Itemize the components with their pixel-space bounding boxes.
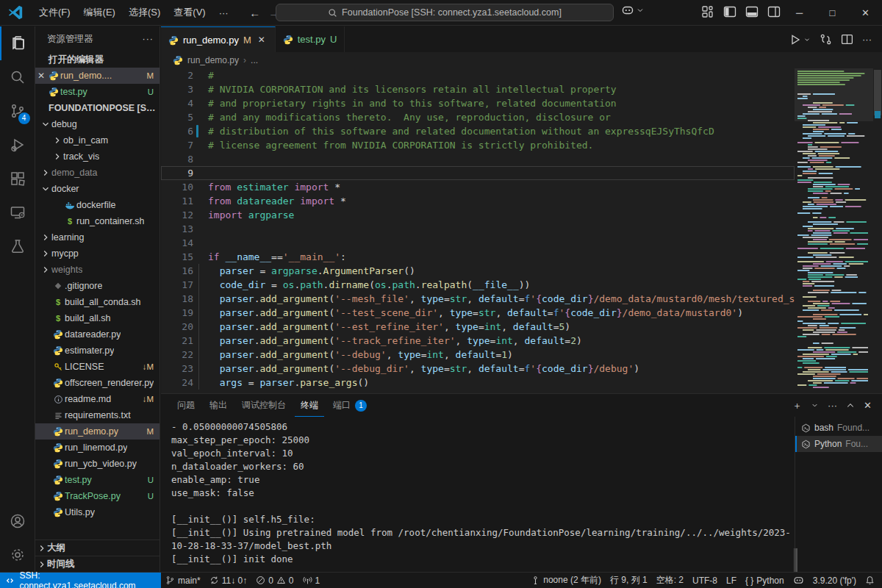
problems-indicator[interactable]: 0 0: [251, 573, 298, 588]
customize-layout-icon[interactable]: [700, 4, 715, 19]
source-control-icon[interactable]: 4: [0, 94, 35, 128]
tree-item-TrackPose.py[interactable]: TrackPose.pyU: [35, 488, 159, 504]
panel-tab-调试控制台[interactable]: 调试控制台: [236, 394, 292, 417]
menu-1[interactable]: 编辑(E): [77, 3, 122, 22]
settings-gear-icon[interactable]: [0, 538, 35, 572]
chevron-down-icon[interactable]: [811, 401, 819, 409]
tree-item-ob_in_cam[interactable]: ob_in_cam: [35, 132, 159, 148]
shell-icon: $: [56, 298, 60, 306]
close-button[interactable]: ✕: [849, 0, 882, 25]
tree-item-docker[interactable]: docker: [35, 181, 159, 197]
toggle-secondary-sidebar-icon[interactable]: [767, 4, 781, 19]
tree-item-build_all.sh[interactable]: $build_all.sh: [35, 310, 159, 326]
tab-test.py[interactable]: test.py U: [276, 26, 345, 52]
menu-0[interactable]: 文件(F): [32, 3, 77, 22]
code-editor[interactable]: 2# 3# NVIDIA CORPORATION and its licenso…: [161, 68, 795, 393]
editor-more-button[interactable]: ···: [862, 34, 872, 45]
menu-2[interactable]: 选择(S): [122, 3, 167, 22]
toggle-sidebar-icon[interactable]: [723, 4, 737, 19]
terminal-instance-bash[interactable]: bashFound...: [795, 420, 882, 436]
tree-item-weights[interactable]: weights: [35, 262, 159, 278]
toggle-panel-icon[interactable]: [745, 4, 759, 19]
git-blame-indicator[interactable]: noone (2 年前): [526, 573, 606, 588]
new-terminal-button[interactable]: ＋: [792, 399, 802, 412]
indentation-indicator[interactable]: 空格: 2: [652, 573, 688, 588]
run-debug-icon[interactable]: [0, 128, 35, 162]
chevron-down-icon: [40, 119, 51, 129]
split-editor-icon[interactable]: [841, 33, 853, 46]
remote-indicator[interactable]: SSH: connect.yza1.seetacloud.com: [0, 573, 161, 588]
tree-item-run_demo.py[interactable]: run_demo.pyM: [35, 423, 159, 440]
panel-tab-输出[interactable]: 输出: [204, 394, 233, 417]
breadcrumb[interactable]: run_demo.py › ...: [161, 52, 882, 68]
tree-item-track_vis[interactable]: track_vis: [35, 148, 159, 165]
maximize-panel-icon[interactable]: [846, 401, 855, 410]
tree-item-estimater.py[interactable]: estimater.py: [35, 343, 159, 359]
tree-item-datareader.py[interactable]: datareader.py: [35, 326, 159, 343]
ports-indicator[interactable]: 1: [298, 573, 325, 588]
close-icon[interactable]: ✕: [35, 71, 47, 81]
panel-tab-问题[interactable]: 问题: [171, 394, 201, 417]
minimize-button[interactable]: ─: [783, 0, 816, 25]
tree-item-offscreen_renderer.py[interactable]: offscreen_renderer.py: [35, 375, 159, 391]
panel-more-button[interactable]: ···: [828, 400, 837, 411]
open-changes-icon[interactable]: [820, 33, 832, 46]
copilot-menu[interactable]: [621, 4, 645, 17]
tab-run_demo.py[interactable]: run_demo.py M ✕: [161, 26, 276, 52]
tree-item-requirements.txt[interactable]: requirements.txt: [35, 407, 159, 423]
close-panel-button[interactable]: ✕: [864, 400, 872, 411]
terminal-output[interactable]: - 0.05000000074505806 max_step_per_epoch…: [171, 420, 792, 567]
sync-indicator[interactable]: 11↓ 0↑: [205, 573, 251, 588]
panel-tab-终端[interactable]: 终端: [295, 394, 324, 417]
editor-scrollbar[interactable]: [873, 68, 882, 393]
run-python-button[interactable]: [789, 34, 811, 46]
open-editor-run_demo....[interactable]: ✕ run_demo.... M: [35, 68, 159, 84]
eol-indicator[interactable]: LF: [722, 573, 741, 588]
code-line-19: 19 parser.add_argument('--test_scene_dir…: [161, 306, 795, 320]
branch-indicator[interactable]: main*: [161, 573, 205, 588]
account-icon[interactable]: [0, 504, 35, 538]
python-interpreter[interactable]: 3.9.20 ('fp'): [808, 573, 861, 588]
command-center-text: FoundationPose [SSH: connect.yza1.seetac…: [342, 7, 562, 18]
tree-item-build_all_conda.sh[interactable]: $build_all_conda.sh: [35, 294, 159, 310]
open-editor-test.py[interactable]: test.py U: [35, 84, 159, 100]
tree-item-.gitignore[interactable]: .gitignore: [35, 278, 159, 294]
tree-item-run_linemod.py[interactable]: run_linemod.py: [35, 440, 159, 456]
search-view-icon[interactable]: [0, 60, 35, 94]
minimap[interactable]: [795, 68, 873, 393]
tree-item-debug[interactable]: debug: [35, 116, 159, 132]
sidebar-more-button[interactable]: ···: [143, 34, 154, 44]
tree-item-test.py[interactable]: test.pyU: [35, 472, 159, 488]
section-大纲[interactable]: 大纲: [35, 539, 159, 556]
tree-item-Utils.py[interactable]: Utils.py: [35, 504, 159, 520]
code-line-11: 11from datareader import *: [161, 194, 795, 208]
explorer-icon[interactable]: [0, 26, 35, 60]
tree-item-run_container.sh[interactable]: $run_container.sh: [35, 213, 159, 229]
tree-item-readme.md[interactable]: readme.md↓M: [35, 391, 159, 407]
terminal-instance-Python[interactable]: PythonFou...: [795, 436, 882, 452]
tree-item-run_ycb_video.py[interactable]: run_ycb_video.py: [35, 456, 159, 472]
maximize-button[interactable]: □: [816, 0, 849, 25]
bell-icon: [865, 576, 875, 585]
testing-icon[interactable]: [0, 229, 35, 263]
tree-item-dockerfile[interactable]: dockerfile: [35, 197, 159, 213]
tree-item-mycpp[interactable]: mycpp: [35, 245, 159, 262]
encoding-indicator[interactable]: UTF-8: [688, 573, 722, 588]
tree-item-demo_data[interactable]: demo_data: [35, 165, 159, 181]
copilot-status[interactable]: [789, 573, 808, 588]
cursor-position[interactable]: 行 9, 列 1: [606, 573, 652, 588]
menu-more-button[interactable]: ···: [212, 7, 235, 18]
menu-3[interactable]: 查看(V): [167, 3, 212, 22]
remote-explorer-icon[interactable]: [0, 196, 35, 229]
extensions-icon[interactable]: [0, 162, 35, 196]
panel-tab-端口[interactable]: 端口1: [327, 394, 373, 417]
tree-item-LICENSE[interactable]: LICENSE↓M: [35, 359, 159, 375]
command-center-search[interactable]: FoundationPose [SSH: connect.yza1.seetac…: [276, 4, 614, 21]
tree-item-learning[interactable]: learning: [35, 229, 159, 245]
nav-back-button[interactable]: ←: [245, 7, 265, 19]
notifications-bell[interactable]: [861, 573, 882, 588]
workspace-section[interactable]: FOUNDATIONPOSE [SSH: ...: [35, 100, 159, 116]
language-mode[interactable]: { } Python: [741, 573, 789, 588]
open-editors-section[interactable]: 打开的编辑器: [35, 51, 159, 68]
close-icon[interactable]: ✕: [256, 35, 268, 45]
